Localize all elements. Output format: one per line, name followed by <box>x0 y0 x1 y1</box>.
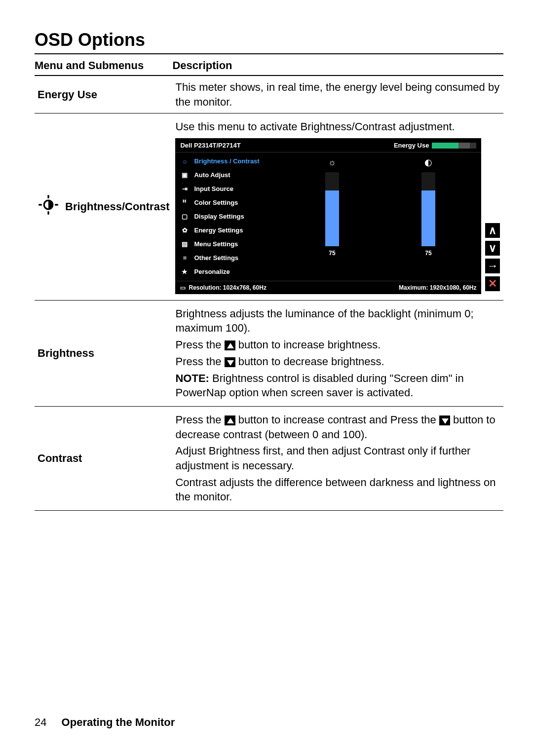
down-arrow-icon <box>439 416 450 425</box>
star-icon: ★ <box>180 267 189 276</box>
display-settings-icon: ▢ <box>180 212 189 221</box>
osd-options-table: Menu and Submenus Description Energy Use… <box>35 56 503 511</box>
contrast-p2: Adjust Brightness first, and then adjust… <box>175 444 500 473</box>
page-footer: 24 Operating the Monitor <box>35 716 175 729</box>
osd-menu-item-menu-settings[interactable]: ▤ Menu Settings <box>175 237 279 251</box>
table-row: Energy Use This meter shows, in real tim… <box>35 76 503 113</box>
brightness-p1: Brightness adjusts the luminance of the … <box>175 306 500 336</box>
other-settings-icon: ≡ <box>180 254 189 263</box>
contrast-p1: Press the button to increase contrast an… <box>175 413 500 442</box>
osd-menu-item-other-settings[interactable]: ≡ Other Settings <box>175 251 279 265</box>
table-row: Contrast Press the button to increase co… <box>35 406 503 510</box>
osd-menu-item-input-source[interactable]: ⇥ Input Source <box>175 182 279 196</box>
menu-brightness: Brightness <box>35 300 172 406</box>
energy-meter-icon <box>432 143 476 149</box>
desc-energy-use: This meter shows, in real time, the ener… <box>172 76 503 113</box>
brightness-p2: Press the button to increase brightness. <box>175 338 500 352</box>
contrast-p3: Contrast adjusts the difference between … <box>175 475 500 504</box>
up-arrow-icon <box>225 340 235 350</box>
osd-menu-item-color-settings[interactable]: ⠛ Color Settings <box>175 196 279 210</box>
osd-menu-item-personalize[interactable]: ★ Personalize <box>175 265 279 279</box>
osd-preview: Dell P2314T/P2714T Energy Use ☼ Brightne… <box>175 138 481 294</box>
section-name: Operating the Monitor <box>62 716 175 728</box>
table-row: Brightness Brightness adjusts the lumina… <box>35 300 503 406</box>
resolution-label: Resolution: 1024x768, 60Hz <box>189 284 266 292</box>
osd-model-label: Dell P2314T/P2714T <box>180 141 240 150</box>
down-arrow-icon <box>225 357 235 367</box>
osd-menu-item-brightness-contrast[interactable]: ☼ Brightness / Contrast <box>175 154 279 168</box>
brightness-note: NOTE: Brightness control is disabled dur… <box>175 371 500 400</box>
menu-brightness-contrast-label: Brightness/Contrast <box>65 199 169 214</box>
osd-energy-label: Energy Use <box>394 141 429 150</box>
nav-enter-button[interactable]: → <box>485 259 500 273</box>
nav-up-button[interactable]: ∧ <box>485 223 500 238</box>
auto-adjust-icon: ▣ <box>180 171 189 180</box>
desc-bc-intro: Use this menu to activate Brightness/Con… <box>175 119 500 134</box>
osd-menu-item-energy-settings[interactable]: ✿ Energy Settings <box>175 224 279 237</box>
osd-menu-item-display-settings[interactable]: ▢ Display Settings <box>175 210 279 224</box>
up-arrow-icon <box>225 416 235 425</box>
col-desc-header: Description <box>172 56 503 76</box>
maximum-label: Maximum: 1920x1080, 60Hz <box>399 284 476 292</box>
table-row: Brightness/Contrast Use this menu to act… <box>35 113 503 300</box>
page-number: 24 <box>35 716 46 728</box>
contrast-value: 75 <box>425 249 431 257</box>
brightness-contrast-icon <box>38 194 59 220</box>
menu-settings-icon: ▤ <box>180 240 189 249</box>
nav-down-button[interactable]: ∨ <box>485 241 500 256</box>
contrast-slider[interactable]: ◐ 75 <box>421 156 435 276</box>
menu-energy-use: Energy Use <box>35 76 172 113</box>
menu-brightness-contrast: Brightness/Contrast <box>35 113 172 300</box>
brightness-icon: ☼ <box>328 156 337 168</box>
nav-close-button[interactable]: ✕ <box>485 276 500 291</box>
energy-settings-icon: ✿ <box>180 226 189 235</box>
sun-icon: ☼ <box>180 157 189 166</box>
brightness-value: 75 <box>329 249 335 257</box>
brightness-p3: Press the button to decrease brightness. <box>175 354 500 369</box>
color-settings-icon: ⠛ <box>180 198 189 207</box>
osd-menu-item-auto-adjust[interactable]: ▣ Auto Adjust <box>175 168 279 182</box>
page-title: OSD Options <box>35 30 503 54</box>
contrast-icon: ◐ <box>424 156 432 168</box>
brightness-slider[interactable]: ☼ 75 <box>325 156 339 276</box>
input-source-icon: ⇥ <box>180 185 189 193</box>
osd-menu-list: ☼ Brightness / Contrast ▣ Auto Adjust ⇥ … <box>175 152 279 281</box>
resolution-icon: ▭ <box>180 284 186 292</box>
col-menu-header: Menu and Submenus <box>35 56 172 76</box>
menu-contrast: Contrast <box>35 406 172 510</box>
